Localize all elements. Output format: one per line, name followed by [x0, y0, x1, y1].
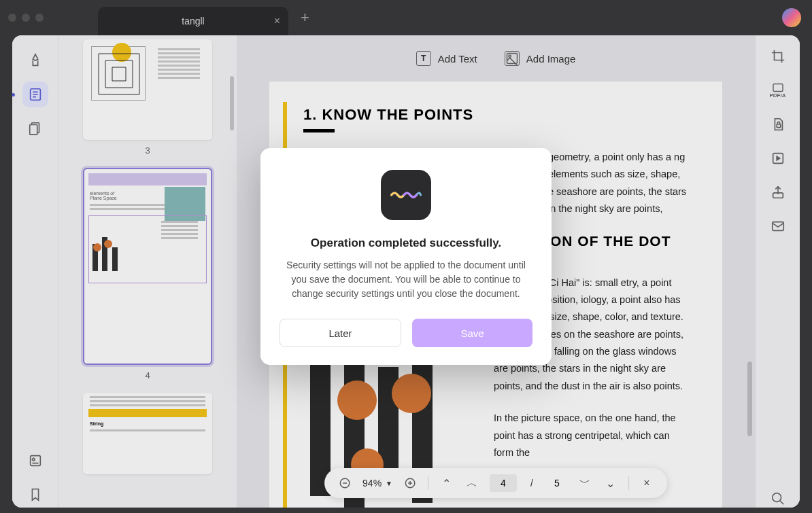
later-button[interactable]: Later	[280, 319, 401, 347]
dialog-title: Operation completed successfully.	[280, 236, 532, 250]
security-settings-dialog: Operation completed successfully. Securi…	[260, 148, 552, 365]
save-button[interactable]: Save	[412, 319, 532, 347]
dialog-message: Security settings will not be applied to…	[280, 258, 532, 301]
app-icon	[381, 170, 431, 220]
modal-overlay: Operation completed successfully. Securi…	[0, 0, 812, 513]
